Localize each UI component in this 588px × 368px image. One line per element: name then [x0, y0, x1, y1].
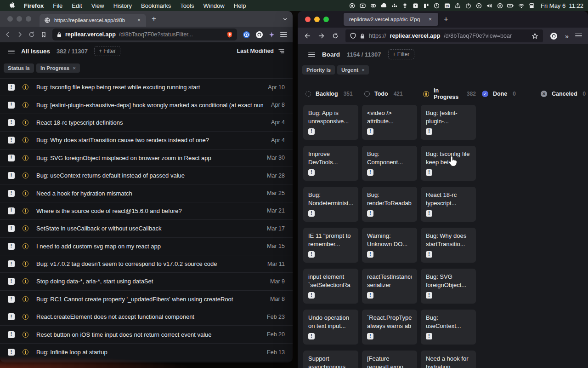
issue-card[interactable]: Bug: tsconfig file keep bein... — [421, 146, 476, 181]
urgent-priority-icon[interactable] — [308, 210, 315, 217]
volume-icon[interactable] — [484, 1, 495, 10]
in-progress-status-icon[interactable] — [23, 172, 28, 178]
issue-card[interactable]: Warning: Unknown DO... — [362, 228, 417, 263]
issue-row[interactable]: Bug: Why does startTransition cause two … — [0, 132, 293, 149]
sort-control[interactable]: Last Modified — [237, 48, 285, 54]
github-icon[interactable] — [550, 32, 558, 40]
urgent-priority-icon[interactable] — [308, 292, 315, 299]
urgent-priority-icon[interactable] — [367, 169, 373, 176]
reload-button[interactable] — [332, 33, 339, 39]
urgent-priority-icon[interactable] — [426, 251, 432, 258]
browser-tab[interactable]: replidraw2.vercel.app/d/c-iZpq × — [344, 13, 438, 26]
issue-card[interactable]: [Feature request] expo... — [362, 351, 417, 368]
urgent-priority-icon[interactable] — [8, 296, 15, 303]
urgent-priority-icon[interactable] — [8, 84, 15, 91]
zoom-window-button[interactable] — [323, 17, 329, 22]
in-progress-status-icon[interactable] — [23, 102, 28, 108]
issue-row[interactable]: React.createElement does not accept func… — [0, 308, 293, 326]
issue-row[interactable]: [DevTools Bug] Unsupported Bridge operat… — [0, 361, 293, 362]
issue-row[interactable]: Bug: Infinite loop at startup Feb 13 — [0, 344, 293, 361]
browser-tab[interactable]: https://repliear.vercel.app/d/8b × — [40, 14, 146, 27]
in-progress-status-icon[interactable] — [23, 243, 28, 249]
issue-card[interactable]: Bug: SVG foreignObject... — [421, 269, 476, 304]
menu-item[interactable]: Help — [229, 2, 251, 9]
minimize-window-button[interactable] — [17, 16, 22, 22]
menu-item[interactable]: File — [48, 2, 67, 9]
urgent-priority-icon[interactable] — [8, 260, 15, 267]
wifi-icon[interactable] — [516, 1, 526, 10]
menu-app-name[interactable]: Firefox — [19, 2, 48, 9]
urgent-priority-icon[interactable] — [426, 169, 432, 176]
tab-list-chevron-icon[interactable] — [282, 16, 288, 22]
menu-item[interactable]: Tools — [175, 2, 198, 9]
issue-row[interactable]: I need to add custom svg map on my react… — [0, 238, 293, 255]
menu-item[interactable]: Edit — [67, 2, 86, 9]
menu-item[interactable]: Bookmarks — [136, 2, 175, 9]
in-progress-status-icon[interactable] — [23, 332, 28, 338]
urgent-priority-icon[interactable] — [8, 225, 15, 232]
in-progress-status-icon[interactable] — [23, 84, 28, 90]
apple-menu-icon[interactable] — [5, 2, 19, 9]
urgent-priority-icon[interactable] — [308, 128, 315, 135]
tab-close-icon[interactable]: × — [428, 16, 433, 23]
urgent-priority-icon[interactable] — [308, 333, 315, 339]
urgent-priority-icon[interactable] — [426, 333, 432, 339]
urgent-priority-icon[interactable] — [308, 169, 315, 176]
back-button[interactable] — [5, 31, 11, 38]
zoom-window-button[interactable] — [26, 16, 31, 22]
urgent-priority-icon[interactable] — [8, 278, 15, 285]
issue-card[interactable]: <video /> attribute... — [362, 105, 417, 140]
issue-row[interactable]: Need a hook for hydration mismatch Mar 2… — [0, 184, 293, 202]
in-progress-status-icon[interactable] — [23, 296, 28, 302]
close-window-button[interactable] — [7, 16, 13, 22]
in-progress-status-icon[interactable] — [23, 349, 28, 355]
issue-card[interactable]: Bug: renderToReadab — [362, 187, 417, 222]
urgent-priority-icon[interactable] — [8, 243, 15, 250]
issue-card[interactable]: reactTestInstance serializer — [362, 269, 417, 304]
menu-item[interactable]: History — [109, 2, 136, 9]
extensions-sparkle-icon[interactable] — [268, 31, 275, 38]
urgent-priority-icon[interactable] — [8, 102, 15, 109]
issue-row[interactable]: Bug: v17.0.2 tag doesn't seem to corresp… — [0, 255, 293, 273]
timer-icon[interactable] — [431, 1, 442, 10]
issue-row[interactable]: Stop doing data-*, aria-*, start using d… — [0, 273, 293, 290]
issue-row[interactable]: Where is the source code of react@15.6.0… — [0, 202, 293, 220]
tab-close-icon[interactable]: × — [136, 17, 141, 23]
issue-row[interactable]: Bug: SVG foreignObject misplaced on brow… — [0, 150, 293, 167]
urgent-priority-icon[interactable] — [367, 333, 373, 339]
close-window-button[interactable] — [305, 17, 311, 22]
docker-icon[interactable] — [389, 1, 400, 10]
back-button[interactable] — [304, 33, 311, 39]
link-rings-icon[interactable] — [368, 1, 379, 10]
cloud-icon[interactable] — [379, 1, 389, 10]
issue-card[interactable]: Bug: App is unresponsive... — [303, 105, 358, 140]
issue-row[interactable]: Reset button on iOS time input does not … — [0, 326, 293, 343]
issue-row[interactable]: Bug: useContext returns default instead … — [0, 167, 293, 184]
in-progress-status-icon[interactable] — [23, 155, 28, 161]
issue-card[interactable]: IE 11 "prompt to remember... — [303, 228, 358, 263]
app-menu-icon[interactable] — [308, 52, 315, 57]
issue-card[interactable]: Bug: useContext... — [421, 310, 476, 345]
menu-bar-clock[interactable]: Fri May 6 11:22 — [541, 2, 583, 9]
issue-row[interactable]: Bug: RC1 Cannot create property '_update… — [0, 291, 293, 308]
issue-card[interactable]: Support asynchronous... — [303, 351, 358, 368]
issue-card[interactable]: React 18-rc typescript... — [421, 187, 476, 222]
calendar-icon[interactable]: 29 — [442, 1, 452, 10]
reload-button[interactable] — [28, 31, 35, 38]
record-icon[interactable] — [347, 1, 357, 10]
urgent-priority-icon[interactable] — [8, 313, 15, 320]
remove-filter-icon[interactable]: × — [362, 67, 365, 73]
shortcut-app-icon[interactable] — [410, 1, 421, 10]
urgent-priority-icon[interactable] — [8, 331, 15, 338]
browser-menu-icon[interactable] — [575, 34, 582, 39]
github-icon[interactable] — [255, 31, 263, 39]
issue-card[interactable]: Improve DevTools... — [303, 146, 358, 181]
in-progress-status-icon[interactable] — [23, 314, 28, 320]
forward-button[interactable] — [17, 31, 23, 38]
urgent-priority-icon[interactable] — [367, 128, 373, 135]
urgent-priority-icon[interactable] — [367, 292, 373, 299]
issue-card[interactable]: `React.PropTypes always warns ab — [362, 310, 417, 345]
bookmark-star-icon[interactable] — [531, 33, 538, 40]
screen-record-icon[interactable] — [357, 1, 368, 10]
user-switch-icon[interactable] — [526, 1, 537, 10]
